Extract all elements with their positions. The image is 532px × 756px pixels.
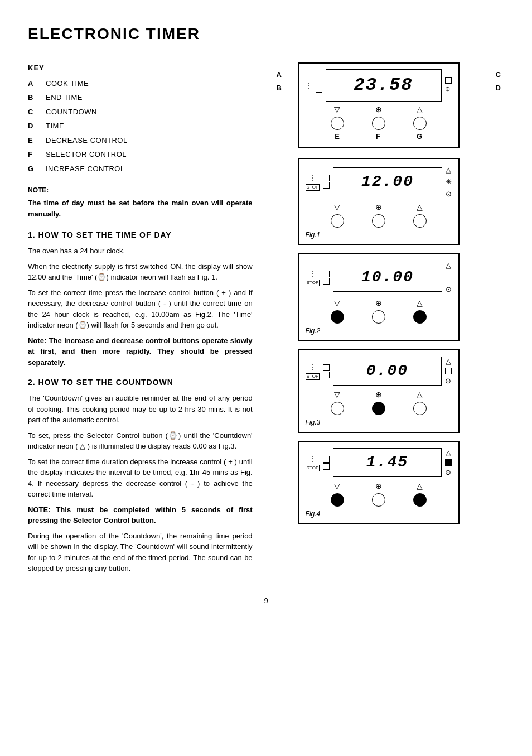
selector-symbol: ⊕ (375, 104, 382, 115)
selector-btn[interactable] (372, 117, 385, 130)
ind-f4-right (445, 459, 452, 466)
triangle-icon-f4: △ (446, 447, 451, 459)
section-2-note: NOTE: This must be completed within 5 se… (28, 504, 253, 526)
efg-labels: E F G (306, 131, 452, 142)
ind-f4-2 (323, 463, 330, 470)
indicator-box-a2 (316, 86, 322, 93)
fig4-diagram: ⋮ STOP 1.45 △ ⊙ (298, 441, 487, 524)
increase-symbol: △ (417, 104, 423, 115)
page-number: 9 (28, 595, 504, 606)
key-item-g: G INCREASE CONTROL (28, 163, 253, 175)
indicator-box-c1 (445, 77, 452, 84)
fig1-label: Fig.1 (306, 230, 452, 240)
clock-icon-f3: ⊙ (445, 375, 451, 387)
page-title: ELECTRONIC TIMER (28, 22, 504, 46)
fig3-btn-e[interactable] (331, 402, 344, 415)
triangle-icon-f2: △ (446, 260, 451, 271)
stop-icon-f3: STOP (306, 373, 320, 380)
stop-icon-f1: STOP (306, 184, 320, 191)
label-a: A (277, 69, 282, 80)
fig4-btn-e[interactable] (331, 493, 344, 507)
btn-e[interactable]: ▽ (331, 104, 344, 130)
btn-f[interactable]: ⊕ (372, 104, 385, 130)
ind-f2-1 (323, 271, 330, 277)
fig2-label: Fig.2 (306, 326, 452, 336)
ind-f2-2 (323, 278, 330, 285)
section-1: 1. HOW TO SET THE TIME OF DAY The oven h… (28, 229, 253, 368)
key-item-b: B END TIME (28, 92, 253, 103)
fig1-btn-f[interactable] (372, 214, 385, 228)
main-diagram-box: ⋮ 23.58 ⊙ (298, 62, 460, 148)
fig3-btn-g[interactable] (413, 402, 427, 415)
label-c: C (496, 69, 501, 80)
indicator-box-a1 (316, 79, 322, 85)
decrease-symbol: ▽ (334, 104, 340, 115)
fig3-display: 0.00 (333, 357, 441, 386)
triangle-icon-f3: △ (446, 356, 451, 367)
burner-icon-f2: ⋮ (309, 268, 316, 278)
burner-icon: ⋮ (306, 80, 312, 90)
main-btn-row: ▽ ⊕ △ (306, 104, 452, 130)
clock-icon-f2: ⊙ (446, 284, 452, 295)
key-section: KEY A COOK TIME B END TIME C COUNTDOWN D… (28, 62, 253, 174)
btn-g[interactable]: △ (413, 104, 427, 130)
clock-icon-f1: ⊙ (446, 189, 452, 200)
key-item-d: D TIME (28, 121, 253, 132)
ind-f4-1 (323, 456, 330, 463)
label-d: D (496, 83, 501, 94)
clock-icon-main: ⊙ (445, 84, 452, 94)
section-1-para-2: To set the correct time press the increa… (28, 287, 253, 331)
fig2-btn-f[interactable] (372, 310, 385, 324)
section-1-para-0: The oven has a 24 hour clock. (28, 245, 253, 257)
stop-icon-f4: STOP (306, 465, 320, 471)
right-diagrams: A B C D ⋮ 23.58 (264, 62, 504, 579)
fig2-btn-row: ▽ ⊕ △ (306, 297, 452, 324)
fig4-label: Fig.4 (306, 509, 452, 519)
decrease-btn[interactable] (331, 117, 344, 130)
burner-icon-f4: ⋮ (309, 454, 316, 464)
key-item-f: F SELECTOR CONTROL (28, 149, 253, 160)
increase-btn[interactable] (413, 117, 427, 130)
fig3-btn-f[interactable] (372, 402, 385, 415)
section-2-title: 2. HOW TO SET THE COUNTDOWN (28, 377, 253, 388)
fig4-btn-f[interactable] (372, 493, 385, 507)
fig4-btn-row: ▽ ⊕ △ (306, 480, 452, 507)
note-section: NOTE: The time of day must be set before… (28, 185, 253, 219)
fig1-btn-e[interactable] (331, 214, 344, 228)
ind-f3-2 (323, 372, 330, 378)
snowflake-icon-f1: ✳ (446, 176, 452, 187)
fig4-btn-g[interactable] (413, 493, 427, 507)
fig4-display: 1.45 (333, 448, 441, 477)
fig2-btn-g[interactable] (413, 310, 427, 324)
main-display: 23.58 (326, 69, 442, 102)
section-1-para-1: When the electricity supply is first swi… (28, 261, 253, 283)
fig2-btn-e[interactable] (331, 310, 344, 324)
fig4-box: ⋮ STOP 1.45 △ ⊙ (298, 441, 460, 524)
clock-icon-f4: ⊙ (445, 467, 451, 478)
fig1-btn-g[interactable] (413, 214, 427, 228)
section-2-para-0: The 'Countdown' gives an audible reminde… (28, 393, 253, 426)
stop-icon-f2: STOP (306, 280, 320, 286)
fig1-display: 12.00 (333, 167, 442, 196)
key-item-a: A COOK TIME (28, 78, 253, 89)
section-2-para2-0: During the operation of the 'Countdown',… (28, 531, 253, 574)
burner-icon-f3: ⋮ (309, 362, 316, 372)
section-2: 2. HOW TO SET THE COUNTDOWN The 'Countdo… (28, 377, 253, 574)
ind-f1-2 (323, 182, 330, 189)
fig2-display: 10.00 (333, 263, 442, 292)
fig1-btn-row: ▽ ⊕ △ (306, 201, 452, 228)
fig2-box: ⋮ STOP 10.00 △ · ⊙ (298, 253, 460, 341)
section-1-title: 1. HOW TO SET THE TIME OF DAY (28, 229, 253, 241)
ind-f3-1 (323, 364, 330, 371)
fig3-box: ⋮ STOP 0.00 △ ⊙ (298, 349, 460, 433)
section-1-note: Note: The increase and decrease control … (28, 335, 253, 368)
key-item-e: E DECREASE CONTROL (28, 135, 253, 146)
note-text: The time of day must be set before the m… (28, 198, 253, 219)
fig3-btn-row: ▽ ⊕ △ (306, 389, 452, 415)
fig2-diagram: ⋮ STOP 10.00 △ · ⊙ (298, 253, 487, 341)
triangle-icon-f1: △ (446, 165, 451, 176)
section-2-para-1: To set, press the Selector Control butto… (28, 430, 253, 452)
ind-f3-right (445, 368, 452, 374)
key-label: KEY (28, 62, 253, 74)
fig3-label: Fig.3 (306, 417, 452, 427)
